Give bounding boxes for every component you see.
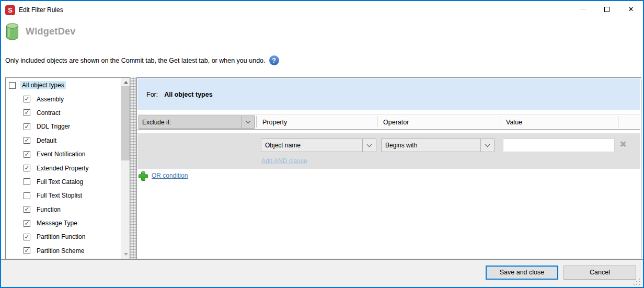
object-type-item[interactable]: ✓Extended Property (6, 161, 121, 175)
column-divider (256, 116, 257, 128)
object-type-item[interactable]: ✓Partition Function (6, 230, 121, 244)
info-row: Only included objects are shown on the C… (5, 55, 279, 65)
operator-value: Begins with (382, 142, 480, 149)
chevron-down-icon (242, 116, 254, 128)
object-type-item[interactable]: ✓Default (6, 134, 121, 147)
database-name: WidgetDev (26, 26, 76, 37)
property-column-header: Property (262, 119, 287, 126)
footer-bar: Save and close Cancel (1, 259, 643, 287)
close-button[interactable]: ✕ (619, 1, 643, 17)
list-scrollbar[interactable] (121, 78, 130, 259)
object-type-item[interactable]: All object types (6, 78, 121, 92)
cancel-button[interactable]: Cancel (564, 266, 636, 280)
checkbox[interactable]: ✓ (24, 247, 30, 254)
checkbox[interactable]: ✓ (24, 234, 30, 240)
chevron-down-icon (480, 139, 494, 152)
object-type-label: Partition Function (35, 233, 87, 241)
object-type-list: All object types✓Assembly✓Contract✓DDL T… (5, 77, 130, 259)
checkbox[interactable] (24, 178, 30, 185)
minimize-button (571, 1, 595, 17)
title-bar[interactable]: S Edit Filter Rules ✕ (1, 1, 643, 20)
column-divider (618, 116, 618, 128)
help-icon[interactable]: ? (269, 55, 279, 65)
object-type-label: Full Text Catalog (35, 178, 85, 186)
object-type-item[interactable]: ✓DDL Trigger (6, 120, 121, 133)
add-and-clause-link[interactable]: Add AND clause (261, 157, 307, 165)
object-type-item[interactable]: ✓Assembly (6, 92, 121, 106)
exclude-if-label: Exclude if: (139, 119, 242, 126)
object-type-item[interactable]: ✓Contract (6, 106, 121, 120)
maximize-button[interactable] (595, 1, 619, 17)
property-value: Object name (261, 142, 362, 149)
value-input[interactable] (503, 139, 615, 152)
object-type-label: All object types (20, 81, 66, 89)
object-type-label: Extended Property (35, 164, 90, 172)
minimize-icon (580, 9, 586, 9)
window-title: Edit Filter Rules (19, 6, 63, 14)
database-icon (5, 23, 19, 40)
checkbox[interactable]: ✓ (24, 151, 30, 158)
rule-table-header: Exclude if: Property Operator Value (137, 114, 640, 130)
checkbox[interactable]: ✓ (24, 137, 30, 144)
object-type-item[interactable]: ✓Message Type (6, 216, 121, 230)
object-type-label: Event Notification (35, 150, 87, 158)
operator-column-header: Operator (383, 119, 409, 126)
window-controls: ✕ (571, 1, 643, 17)
scroll-down-icon (124, 253, 128, 256)
object-type-label: Default (35, 136, 58, 145)
chevron-down-icon (362, 139, 376, 152)
column-divider (377, 116, 377, 128)
filter-rules-panel: For: All object types Exclude if: Proper… (136, 77, 641, 259)
scroll-up-button[interactable] (121, 78, 130, 87)
object-type-label: Assembly (35, 95, 65, 103)
resize-grip-icon[interactable] (634, 279, 640, 285)
object-type-label: Partition Scheme (35, 247, 86, 255)
scroll-down-button[interactable] (121, 250, 130, 259)
object-type-label: Contract (35, 109, 62, 117)
object-type-label: DDL Trigger (35, 122, 72, 131)
object-type-item[interactable]: Full Text Catalog (6, 175, 121, 189)
for-header-band: For: All object types (137, 78, 640, 110)
object-type-item[interactable]: Full Text Stoplist (6, 189, 121, 202)
checkbox[interactable]: ✓ (24, 206, 30, 213)
edit-filter-rules-dialog: S Edit Filter Rules ✕ WidgetDev Only inc… (0, 0, 644, 288)
checkbox[interactable]: ✓ (24, 123, 30, 130)
column-divider (500, 116, 500, 128)
close-icon: ✕ (628, 5, 634, 13)
object-type-label: Full Text Stoplist (35, 191, 84, 200)
for-value: All object types (164, 91, 212, 98)
save-and-close-button[interactable]: Save and close (486, 266, 558, 280)
object-type-item[interactable]: ✓Partition Scheme (6, 244, 121, 258)
rule-row-region: Object name Begins with ✖ Add AND clause (137, 133, 640, 169)
database-header: WidgetDev (5, 22, 76, 41)
maximize-icon (604, 7, 610, 12)
object-type-item[interactable]: ✓Event Notification (6, 147, 121, 161)
exclude-if-dropdown[interactable]: Exclude if: (139, 116, 255, 129)
for-label: For: (146, 91, 158, 98)
app-logo-icon: S (5, 5, 15, 15)
object-type-items: All object types✓Assembly✓Contract✓DDL T… (6, 78, 121, 259)
checkbox[interactable] (24, 192, 30, 199)
checkbox[interactable]: ✓ (24, 220, 30, 227)
object-type-item[interactable]: ✓Function (6, 203, 121, 216)
checkbox[interactable]: ✓ (24, 109, 30, 116)
operator-dropdown[interactable]: Begins with (381, 139, 494, 152)
checkbox[interactable]: ✓ (24, 96, 30, 102)
object-type-label: Message Type (35, 219, 79, 227)
delete-rule-icon[interactable]: ✖ (619, 139, 627, 150)
or-condition-link[interactable]: OR condition (152, 172, 188, 179)
checkbox[interactable]: ✓ (24, 165, 30, 171)
scroll-up-icon (124, 81, 128, 84)
panel-splitter[interactable] (130, 77, 136, 259)
info-text: Only included objects are shown on the C… (5, 57, 266, 64)
checkbox[interactable] (9, 82, 16, 89)
scrollbar-thumb[interactable] (121, 86, 130, 160)
plus-icon (139, 171, 147, 180)
object-type-label: Function (35, 205, 62, 214)
property-dropdown[interactable]: Object name (261, 139, 376, 152)
or-condition-row: OR condition (139, 171, 188, 180)
value-column-header: Value (506, 119, 522, 126)
